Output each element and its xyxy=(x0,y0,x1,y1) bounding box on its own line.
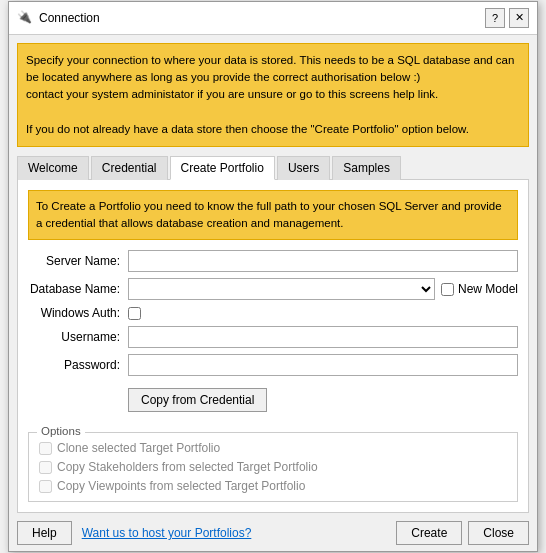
tab-samples[interactable]: Samples xyxy=(332,156,401,180)
close-button[interactable]: Close xyxy=(468,521,529,545)
footer-left: Help Want us to host your Portfolios? xyxy=(17,521,251,545)
tab-credential[interactable]: Credential xyxy=(91,156,168,180)
clone-label: Clone selected Target Portfolio xyxy=(57,441,220,455)
tab-create-portfolio[interactable]: Create Portfolio xyxy=(170,156,275,180)
copy-viewpoints-checkbox[interactable] xyxy=(39,480,52,493)
tab-users[interactable]: Users xyxy=(277,156,330,180)
clone-checkbox[interactable] xyxy=(39,442,52,455)
footer-right: Create Close xyxy=(396,521,529,545)
info-banner-text: Specify your connection to where your da… xyxy=(26,54,514,135)
help-title-button[interactable]: ? xyxy=(485,8,505,28)
tab-info-box: To Create a Portfolio you need to know t… xyxy=(28,190,518,241)
option-copy-stakeholders-row: Copy Stakeholders from selected Target P… xyxy=(39,460,507,474)
footer: Help Want us to host your Portfolios? Cr… xyxy=(9,513,537,551)
help-button[interactable]: Help xyxy=(17,521,72,545)
tab-welcome[interactable]: Welcome xyxy=(17,156,89,180)
copy-from-credential-button[interactable]: Copy from Credential xyxy=(128,388,267,412)
windows-auth-label: Windows Auth: xyxy=(28,306,128,320)
server-name-row: Server Name: xyxy=(28,250,518,272)
tab-content: To Create a Portfolio you need to know t… xyxy=(17,180,529,514)
connection-dialog: 🔌 Connection ? ✕ Specify your connection… xyxy=(8,1,538,553)
dialog-icon: 🔌 xyxy=(17,10,33,26)
copy-viewpoints-label: Copy Viewpoints from selected Target Por… xyxy=(57,479,305,493)
copy-button-container: Copy from Credential xyxy=(128,382,518,422)
copy-stakeholders-checkbox[interactable] xyxy=(39,461,52,474)
username-row: Username: xyxy=(28,326,518,348)
database-name-row: Database Name: New Model xyxy=(28,278,518,300)
windows-auth-row: Windows Auth: xyxy=(28,306,518,320)
create-button[interactable]: Create xyxy=(396,521,462,545)
host-portfolios-link[interactable]: Want us to host your Portfolios? xyxy=(82,526,252,540)
options-legend: Options xyxy=(37,425,85,437)
tabs: Welcome Credential Create Portfolio User… xyxy=(17,155,529,180)
close-title-button[interactable]: ✕ xyxy=(509,8,529,28)
username-input[interactable] xyxy=(128,326,518,348)
info-banner: Specify your connection to where your da… xyxy=(17,43,529,147)
database-name-select[interactable] xyxy=(128,278,435,300)
title-bar-left: 🔌 Connection xyxy=(17,10,100,26)
username-label: Username: xyxy=(28,330,128,344)
database-name-label: Database Name: xyxy=(28,282,128,296)
tab-info-text: To Create a Portfolio you need to know t… xyxy=(36,200,502,229)
password-input[interactable] xyxy=(128,354,518,376)
database-select-group: New Model xyxy=(128,278,518,300)
option-copy-viewpoints-row: Copy Viewpoints from selected Target Por… xyxy=(39,479,507,493)
password-label: Password: xyxy=(28,358,128,372)
option-clone-row: Clone selected Target Portfolio xyxy=(39,441,507,455)
server-name-label: Server Name: xyxy=(28,254,128,268)
dialog-title: Connection xyxy=(39,11,100,25)
new-model-checkbox[interactable] xyxy=(441,283,454,296)
options-group: Options Clone selected Target Portfolio … xyxy=(28,432,518,502)
copy-stakeholders-label: Copy Stakeholders from selected Target P… xyxy=(57,460,318,474)
password-row: Password: xyxy=(28,354,518,376)
windows-auth-checkbox[interactable] xyxy=(128,307,141,320)
new-model-label: New Model xyxy=(441,282,518,296)
server-name-input[interactable] xyxy=(128,250,518,272)
title-bar: 🔌 Connection ? ✕ xyxy=(9,2,537,35)
title-buttons: ? ✕ xyxy=(485,8,529,28)
